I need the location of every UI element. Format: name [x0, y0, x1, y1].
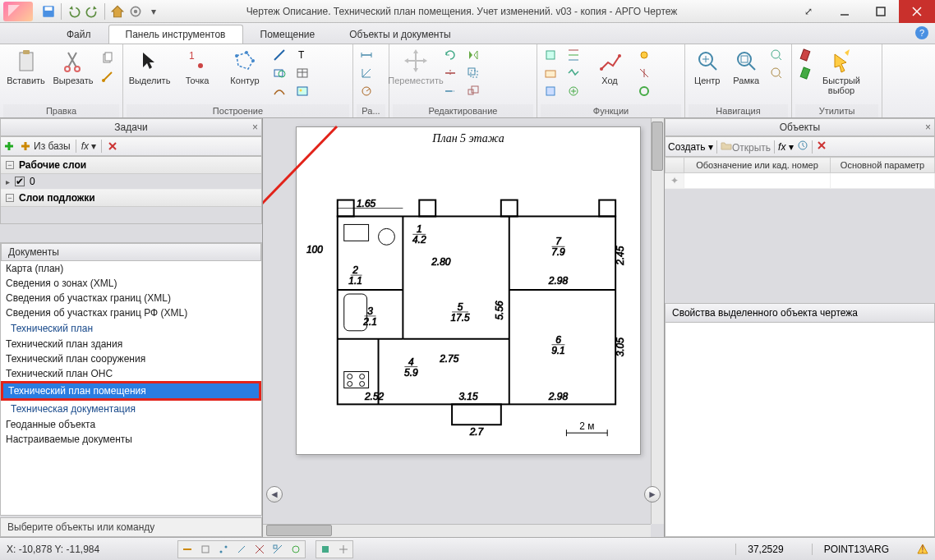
- col-param[interactable]: Основной параметр: [830, 158, 934, 173]
- scale-icon[interactable]: [463, 82, 485, 100]
- redo-icon[interactable]: [85, 4, 99, 19]
- snap-icon-3[interactable]: [215, 542, 232, 557]
- snap-icon-7[interactable]: [288, 542, 304, 557]
- point-button[interactable]: 1Точка: [174, 46, 220, 87]
- doc-item[interactable]: Технический план здания: [1, 337, 261, 351]
- svg-line-140: [238, 546, 245, 553]
- maximize-button[interactable]: [863, 0, 899, 23]
- util-icon-2[interactable]: [795, 64, 817, 82]
- dim-icon-1[interactable]: [357, 46, 378, 64]
- col-designation[interactable]: Обозначение или кад. номер: [684, 158, 831, 173]
- nav-next-icon[interactable]: ►: [644, 486, 661, 503]
- util-icon-1[interactable]: [795, 46, 817, 64]
- brush-icon[interactable]: [98, 67, 119, 85]
- table-tool-icon[interactable]: [292, 64, 314, 82]
- snap-icon-8[interactable]: [317, 542, 334, 557]
- save-icon[interactable]: [41, 4, 56, 19]
- mirror-icon[interactable]: [463, 46, 485, 64]
- snap-icon-6[interactable]: [269, 542, 286, 557]
- doc-item[interactable]: Технический план ОНС: [1, 366, 261, 381]
- center-button[interactable]: Центр: [689, 46, 726, 87]
- copy-icon[interactable]: [98, 49, 119, 67]
- drawing-viewport[interactable]: План 5 этажа: [263, 118, 664, 537]
- contour-button[interactable]: Контур: [222, 46, 268, 87]
- image-tool-icon[interactable]: [292, 82, 314, 100]
- shape-tool-icon[interactable]: [269, 64, 291, 82]
- tab-tools[interactable]: Панель инструментов: [108, 25, 243, 44]
- open-button[interactable]: Открыть: [721, 140, 771, 154]
- doc-item[interactable]: Технический план помещения: [1, 381, 261, 401]
- doc-item[interactable]: Карта (план): [1, 261, 261, 276]
- qat-dropdown-icon[interactable]: ▾: [146, 4, 161, 19]
- snap-icon-5[interactable]: [251, 542, 268, 557]
- add-icon[interactable]: [3, 140, 15, 152]
- text-tool-icon[interactable]: T: [292, 46, 314, 64]
- doc-item[interactable]: Сведения об участках границ (XML): [1, 291, 261, 305]
- doc-item[interactable]: Технический план сооружения: [1, 351, 261, 366]
- tab-objects[interactable]: Объекты и документы: [332, 25, 468, 44]
- minimize-button[interactable]: [827, 0, 863, 23]
- help-icon[interactable]: ?: [915, 26, 928, 39]
- obj-delete-icon[interactable]: [816, 140, 827, 154]
- dim-icon-2[interactable]: [357, 64, 378, 82]
- panel-close-icon[interactable]: ×: [925, 122, 931, 133]
- svg-point-90: [348, 374, 352, 379]
- func-icon-8[interactable]: [634, 64, 656, 82]
- arc-tool-icon[interactable]: [269, 82, 291, 100]
- func-icon-1[interactable]: [541, 46, 562, 64]
- doc-item[interactable]: Сведения об участках границ РФ (XML): [1, 305, 261, 320]
- paste-button[interactable]: Вставить: [3, 46, 48, 87]
- select-button[interactable]: Выделить: [127, 46, 173, 87]
- line-tool-icon[interactable]: [269, 46, 291, 64]
- doc-item[interactable]: Геоданные объекта: [1, 417, 261, 432]
- tab-room[interactable]: Помещение: [243, 25, 333, 44]
- snap-icon-9[interactable]: [335, 542, 352, 557]
- snap-icon-4[interactable]: [233, 542, 250, 557]
- doc-item[interactable]: Настраиваемые документы: [1, 432, 261, 447]
- func-icon-7[interactable]: [634, 46, 656, 64]
- svg-point-138: [220, 550, 223, 553]
- warning-icon[interactable]: !: [917, 544, 928, 555]
- frame-button[interactable]: Рамка: [728, 46, 766, 87]
- canvas-scrollbar-v[interactable]: [651, 118, 664, 524]
- func-icon-4[interactable]: [564, 46, 585, 64]
- snap-icon-1[interactable]: [179, 542, 196, 557]
- move-button[interactable]: Переместить: [393, 46, 439, 87]
- tab-file[interactable]: Файл: [49, 25, 108, 44]
- func-icon-2[interactable]: [541, 64, 562, 82]
- doc-item[interactable]: Технический план: [1, 320, 261, 337]
- tasks-header: Задачи×: [0, 118, 262, 136]
- doc-item[interactable]: Сведения о зонах (XML): [1, 276, 261, 291]
- settings-icon[interactable]: [128, 4, 143, 19]
- obj-history-icon[interactable]: [797, 140, 808, 154]
- nav-prev-icon[interactable]: ◄: [266, 486, 283, 503]
- func-icon-6[interactable]: [564, 82, 585, 100]
- fx-button[interactable]: fx ▾: [81, 140, 96, 152]
- layer-row[interactable]: ▸✔0: [1, 174, 261, 190]
- snap-icon-2[interactable]: [197, 542, 214, 557]
- work-layers-header[interactable]: −Рабочие слои: [1, 157, 261, 174]
- home-icon[interactable]: [110, 4, 125, 19]
- restore-arrows-icon[interactable]: ⤢: [790, 0, 827, 23]
- from-db-button[interactable]: Из базы: [20, 140, 71, 152]
- func-icon-5[interactable]: [564, 64, 585, 82]
- zoom-back-icon[interactable]: [767, 64, 788, 82]
- delete-icon[interactable]: [107, 140, 118, 152]
- zoom-plus-icon[interactable]: [767, 46, 788, 64]
- go-button[interactable]: Ход: [587, 46, 633, 87]
- create-button[interactable]: Создать ▾: [668, 141, 713, 153]
- dim-icon-3[interactable]: [357, 82, 378, 100]
- undo-icon[interactable]: [67, 4, 81, 19]
- cut-button[interactable]: Вырезать: [50, 46, 96, 87]
- rotate-icon[interactable]: [440, 46, 462, 64]
- canvas-scrollbar-h[interactable]: [263, 524, 651, 537]
- close-button[interactable]: [899, 0, 935, 23]
- doc-item[interactable]: Техническая документация: [1, 401, 261, 417]
- panel-close-icon[interactable]: ×: [252, 122, 258, 133]
- substrate-layers-header[interactable]: −Слои подложки: [1, 190, 261, 207]
- func-icon-9[interactable]: [634, 82, 656, 100]
- func-icon-3[interactable]: [541, 82, 562, 100]
- quick-select-button[interactable]: Быстрый выбор: [818, 46, 864, 97]
- obj-fx-button[interactable]: fx ▾: [778, 141, 794, 153]
- offset-icon[interactable]: [463, 64, 485, 82]
